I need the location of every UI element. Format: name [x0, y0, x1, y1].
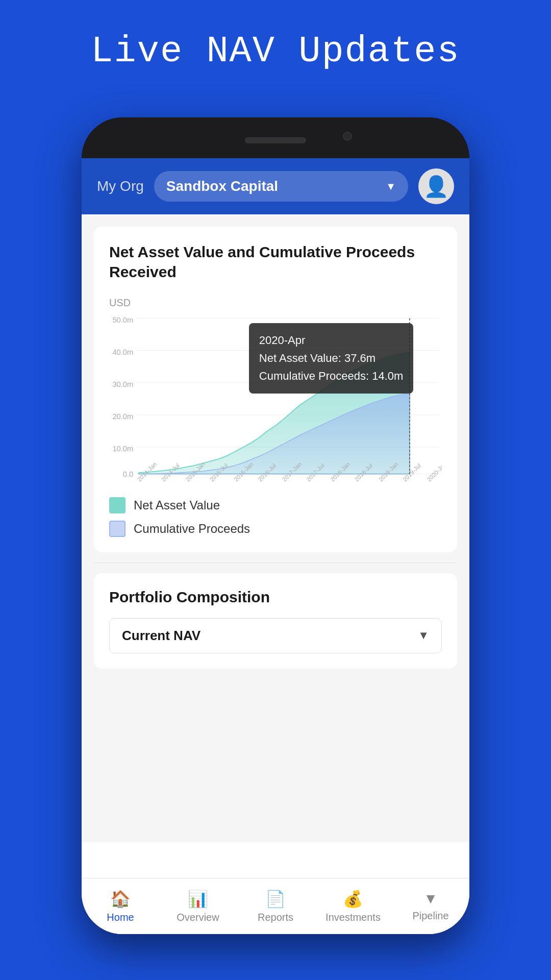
phone-speaker	[245, 137, 306, 143]
current-nav-dropdown[interactable]: Current NAV ▼	[109, 618, 442, 653]
reports-icon: 📄	[265, 889, 286, 909]
svg-text:2020-Jan: 2020-Jan	[426, 461, 442, 483]
nav-item-reports[interactable]: 📄 Reports	[237, 878, 314, 934]
content-area: Net Asset Value and Cumulative Proceeds …	[82, 214, 469, 842]
org-dropdown-text: Sandbox Capital	[166, 178, 278, 194]
nav-label-home: Home	[107, 912, 134, 923]
avatar-icon: 👤	[423, 175, 449, 199]
legend-swatch-cp	[109, 521, 126, 537]
legend-label-nav: Net Asset Value	[134, 498, 220, 512]
y-axis-label: USD	[109, 297, 442, 309]
chart-svg: 50.0m 40.0m 30.0m 20.0m 10.0m 0.0	[109, 313, 442, 485]
portfolio-dropdown-arrow: ▼	[418, 629, 429, 642]
legend-swatch-nav	[109, 497, 126, 513]
svg-text:20.0m: 20.0m	[112, 412, 133, 421]
investments-icon: 💰	[343, 889, 363, 909]
legend-item-cp: Cumulative Proceeds	[109, 521, 442, 537]
nav-item-overview[interactable]: 📊 Overview	[159, 878, 237, 934]
app-screen: My Org Sandbox Capital ▼ 👤 Net Asset Val…	[82, 158, 469, 934]
chart-svg-wrapper: 2020-Apr Net Asset Value: 37.6m Cumulati…	[109, 313, 442, 487]
svg-text:10.0m: 10.0m	[112, 445, 133, 453]
chart-card: Net Asset Value and Cumulative Proceeds …	[94, 227, 457, 552]
portfolio-card: Portfolio Composition Current NAV ▼	[94, 573, 457, 669]
divider	[94, 562, 457, 563]
nav-label-pipeline: Pipeline	[412, 910, 448, 922]
org-dropdown-arrow: ▼	[386, 181, 396, 192]
nav-label-overview: Overview	[177, 912, 219, 923]
nav-item-investments[interactable]: 💰 Investments	[314, 878, 392, 934]
nav-item-pipeline[interactable]: ▼ Pipeline	[392, 878, 469, 934]
nav-label-investments: Investments	[325, 912, 381, 923]
svg-text:40.0m: 40.0m	[112, 348, 133, 356]
nav-item-home[interactable]: 🏠 Home	[82, 878, 159, 934]
nav-label-reports: Reports	[258, 912, 293, 923]
bottom-nav: 🏠 Home 📊 Overview 📄 Reports 💰 Investment…	[82, 878, 469, 934]
legend-label-cp: Cumulative Proceeds	[134, 522, 250, 536]
avatar[interactable]: 👤	[418, 168, 454, 204]
chart-legend: Net Asset Value Cumulative Proceeds	[109, 497, 442, 537]
phone-camera	[343, 132, 352, 141]
phone-notch-bar	[82, 117, 469, 158]
overview-icon: 📊	[188, 889, 208, 909]
svg-text:50.0m: 50.0m	[112, 316, 133, 324]
chart-container: USD 2020-Apr Net Asset Value: 37.6m Cumu…	[109, 297, 442, 537]
hero-title: Live NAV Updates	[0, 31, 551, 72]
legend-item-nav: Net Asset Value	[109, 497, 442, 513]
hero-section: Live NAV Updates	[0, 0, 551, 93]
phone-body: My Org Sandbox Capital ▼ 👤 Net Asset Val…	[82, 117, 469, 934]
phone-mockup: My Org Sandbox Capital ▼ 👤 Net Asset Val…	[82, 117, 469, 944]
chart-title: Net Asset Value and Cumulative Proceeds …	[109, 242, 442, 282]
home-icon: 🏠	[110, 889, 131, 909]
current-nav-text: Current NAV	[122, 628, 201, 644]
pipeline-icon: ▼	[423, 891, 438, 907]
app-header: My Org Sandbox Capital ▼ 👤	[82, 158, 469, 214]
portfolio-title: Portfolio Composition	[109, 589, 442, 606]
svg-text:30.0m: 30.0m	[112, 380, 133, 388]
svg-text:0.0: 0.0	[123, 470, 133, 478]
org-dropdown[interactable]: Sandbox Capital ▼	[154, 171, 408, 202]
org-label: My Org	[97, 178, 144, 194]
